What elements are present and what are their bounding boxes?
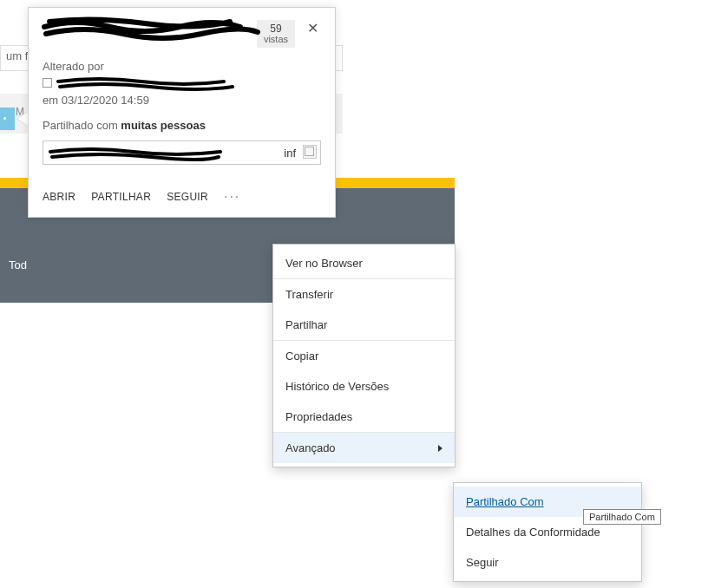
altered-by-value <box>43 75 321 94</box>
share-url-field[interactable]: inf <box>43 140 321 165</box>
advanced-submenu: Partilhado Com Detalhes da Conformidade … <box>453 482 642 582</box>
url-suffix: inf <box>284 147 296 160</box>
item-title <box>43 20 257 42</box>
callout-pointer <box>17 112 28 126</box>
checkbox-icon[interactable] <box>43 78 52 88</box>
menu-properties[interactable]: Propriedades <box>273 402 455 432</box>
copy-url-icon[interactable] <box>303 145 317 159</box>
close-button[interactable]: ✕ <box>304 20 321 37</box>
open-button[interactable]: ABRIR <box>43 191 75 203</box>
views-badge: 59 vistas <box>257 20 295 48</box>
shared-summary: Partilhado com muitas pessoas <box>43 119 321 132</box>
menu-version-history[interactable]: Histórico de Versões <box>273 371 455 402</box>
menu-share[interactable]: Partilhar <box>273 310 455 340</box>
menu-advanced-label: Avançado <box>285 441 336 454</box>
tooltip: Partilhado Com <box>583 509 661 525</box>
share-button[interactable]: PARTILHAR <box>91 191 151 203</box>
shared-prefix: Partilhado com <box>43 119 121 132</box>
callout-actions: ABRIR PARTILHAR SEGUIR ··· <box>43 175 321 217</box>
item-callout: 59 vistas ✕ Alterado por em 03/12/2020 1… <box>28 7 336 218</box>
more-actions-button[interactable]: ··· <box>224 189 240 205</box>
menu-advanced[interactable]: Avançado <box>273 432 455 463</box>
follow-button[interactable]: SEGUIR <box>167 191 208 203</box>
submenu-follow[interactable]: Seguir <box>454 547 641 578</box>
modified-date: em 03/12/2020 14:59 <box>43 94 321 107</box>
chevron-right-icon <box>438 445 442 452</box>
context-menu: Ver no Browser Transferir Partilhar Copi… <box>272 244 456 467</box>
altered-by-label: Alterado por <box>43 60 321 73</box>
menu-view-in-browser[interactable]: Ver no Browser <box>273 248 455 278</box>
menu-download[interactable]: Transferir <box>273 278 455 310</box>
shared-count: muitas pessoas <box>121 119 206 132</box>
menu-copy[interactable]: Copiar <box>273 340 455 371</box>
row-selection-handle[interactable] <box>0 108 15 130</box>
